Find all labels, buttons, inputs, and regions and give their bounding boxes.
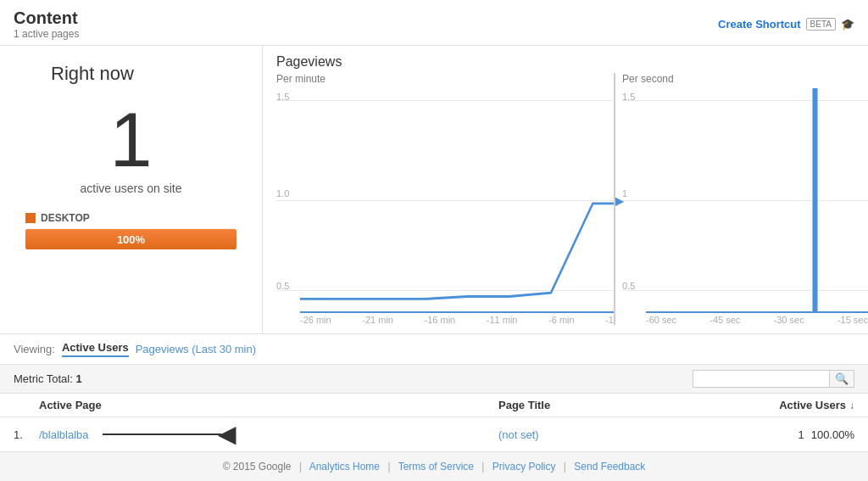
active-users-label: active users on site — [81, 182, 182, 195]
table-header: Active Page Page Title Active Users ↓ — [0, 394, 868, 417]
page-subtitle: 1 active pages — [14, 28, 79, 40]
right-now-label: Right now — [51, 63, 134, 85]
row-title: (not set) — [498, 428, 753, 441]
x-label-21: -21 min — [362, 315, 393, 325]
viewing-bar: Viewing: Active Users Pageviews (Last 30… — [0, 334, 868, 365]
col-title-header: Page Title — [498, 399, 753, 411]
main-content: Right now 1 active users on site DESKTOP… — [0, 46, 868, 334]
per-minute-chart: Per minute 1.5 1.0 0.5 ▶ — [263, 73, 614, 325]
metric-total-bar: Metric Total: 1 🔍 — [0, 365, 868, 394]
col-users-header: Active Users ↓ — [753, 399, 854, 411]
analytics-home-link[interactable]: Analytics Home — [309, 461, 380, 473]
footer-separator-4: | — [564, 461, 566, 473]
desktop-color-square — [25, 213, 36, 223]
per-second-label: Per second — [622, 73, 868, 85]
privacy-policy-link[interactable]: Privacy Policy — [492, 461, 556, 473]
footer-separator-2: | — [387, 461, 390, 473]
row-users: 1 100.00% — [753, 428, 854, 441]
active-users-tab[interactable]: Active Users — [62, 341, 129, 357]
col-title-label: Page Title — [498, 399, 550, 411]
create-shortcut-button[interactable]: Create Shortcut BETA 🎓 — [718, 18, 854, 31]
footer-separator-1: | — [299, 461, 302, 473]
svg-rect-0 — [813, 88, 818, 311]
per-second-x-labels: -60 sec -45 sec -30 sec -15 sec — [622, 313, 868, 325]
per-second-chart-area: 1.5 1 0.5 — [646, 88, 868, 313]
y-label-s-1: 1 — [622, 188, 627, 199]
row-num: 1. — [14, 428, 39, 441]
graduation-icon: 🎓 — [841, 18, 854, 31]
x-label-15s: -15 sec — [837, 315, 868, 325]
desktop-section: DESKTOP 100% — [17, 212, 245, 249]
y-label-1-0: 1.0 — [276, 188, 289, 199]
users-count: 1 — [798, 428, 804, 441]
page-title: Content — [14, 8, 79, 28]
col-users-label: Active Users — [779, 399, 846, 411]
table-row: 1. /blalblalba ◀ (not set) 1 100.00% — [0, 417, 868, 452]
desktop-label-text: DESKTOP — [41, 212, 90, 224]
x-label-11: -11 min — [487, 315, 518, 325]
left-panel: Right now 1 active users on site DESKTOP… — [0, 46, 263, 333]
copyright-text: © 2015 Google — [223, 461, 292, 473]
top-bar: Content 1 active pages Create Shortcut B… — [0, 0, 868, 46]
row-num-text: 1. — [14, 428, 23, 441]
top-bar-left: Content 1 active pages — [14, 8, 79, 40]
beta-badge: BETA — [806, 18, 836, 31]
per-second-svg — [646, 88, 868, 311]
progress-percentage: 100% — [117, 233, 145, 246]
per-minute-chart-area: 1.5 1.0 0.5 ▶ — [300, 88, 614, 313]
arrow-line: ◀ — [103, 422, 236, 446]
search-input[interactable] — [693, 372, 829, 387]
pageviews-tab[interactable]: Pageviews (Last 30 min) — [136, 343, 256, 355]
viewing-label: Viewing: — [14, 343, 55, 355]
terms-of-service-link[interactable]: Terms of Service — [398, 461, 474, 473]
progress-bar-container: 100% — [25, 229, 236, 249]
pageviews-title: Pageviews — [263, 54, 868, 70]
search-button[interactable]: 🔍 — [829, 371, 854, 387]
right-panel: Pageviews Per minute 1.5 1.0 0.5 — [263, 46, 868, 333]
metric-total-value: 1 — [75, 372, 81, 385]
x-label-45s: -45 sec — [709, 315, 740, 325]
x-label-16: -16 min — [425, 315, 456, 325]
send-feedback-link[interactable]: Send Feedback — [574, 461, 645, 473]
col-page-label: Active Page — [39, 399, 102, 411]
x-label-30s: -30 sec — [774, 315, 804, 325]
col-page-header: Active Page — [39, 399, 498, 411]
arrow-shaft — [103, 433, 221, 435]
charts-container: Per minute 1.5 1.0 0.5 ▶ — [263, 73, 868, 325]
not-set-text[interactable]: (not set) — [498, 428, 539, 441]
search-box: 🔍 — [693, 370, 854, 388]
x-label-26: -26 min — [300, 315, 331, 325]
create-shortcut-label: Create Shortcut — [718, 18, 801, 31]
metric-total-label: Metric Total: — [14, 372, 73, 385]
footer-separator-3: | — [481, 461, 484, 473]
progress-bar-fill: 100% — [25, 229, 236, 249]
per-minute-svg — [300, 88, 614, 311]
page-link[interactable]: /blalblalba — [39, 428, 89, 441]
desktop-label-row: DESKTOP — [25, 212, 236, 224]
active-users-big-number: 1 — [109, 102, 152, 178]
users-percentage: 100.00% — [811, 428, 854, 441]
x-label-6: -6 min — [548, 315, 575, 325]
footer: © 2015 Google | Analytics Home | Terms o… — [0, 451, 868, 481]
x-label-60s: -60 sec — [646, 315, 676, 325]
metric-total-text: Metric Total: 1 — [14, 372, 82, 385]
x-label-1: -1 — [605, 315, 614, 325]
sort-arrow-icon[interactable]: ↓ — [849, 400, 854, 411]
arrow-head: ◀ — [218, 422, 236, 446]
per-minute-x-labels: -26 min -21 min -16 min -11 min -6 min -… — [276, 313, 614, 325]
per-second-chart: Per second 1.5 1 0.5 -60 sec -45 sec — [614, 73, 868, 325]
per-minute-label: Per minute — [276, 73, 614, 85]
row-page[interactable]: /blalblalba ◀ — [39, 422, 498, 446]
